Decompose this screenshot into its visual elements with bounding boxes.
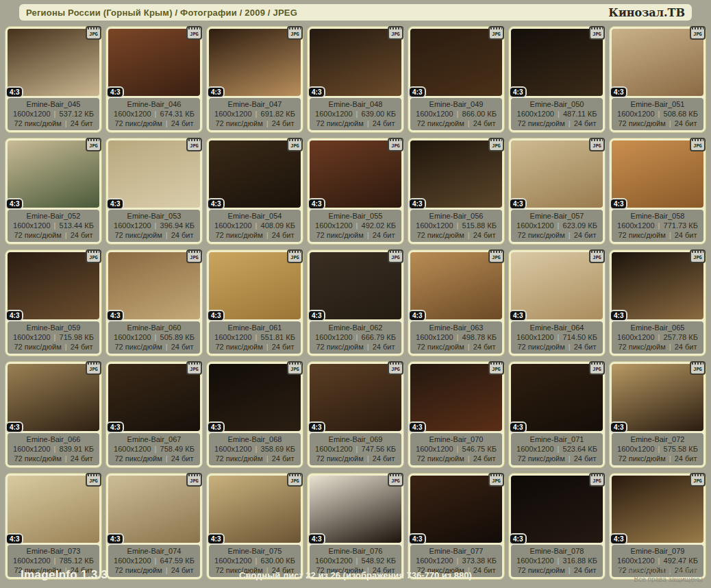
thumbnail-image[interactable]: JPG 4:3 [310, 252, 401, 319]
thumbnail-dpi: 72 пикс/дюйм [14, 343, 61, 351]
aspect-ratio-badge: 4:3 [509, 533, 527, 545]
thumbnail-image[interactable]: JPG 4:3 [8, 29, 99, 96]
thumbnail-dimensions: 1600x1200 [315, 110, 352, 118]
thumbnail-image[interactable]: JPG 4:3 [310, 140, 401, 208]
thumbnail-size: 408.09 КБ [261, 221, 295, 230]
thumbnail-image[interactable]: JPG 4:3 [410, 364, 502, 431]
thumbnail-depth: 24 бит [574, 231, 597, 239]
thumbnail-caption: Emine-Bair_071 1600x1200 | 523.64 КБ 72 … [511, 433, 603, 465]
thumbnail-filename: Emine-Bair_074 [108, 546, 200, 556]
jpg-format-icon: JPG [690, 361, 706, 375]
thumbnail-dpi: 72 пикс/дюйм [114, 231, 162, 239]
thumbnail-image[interactable]: JPG 4:3 [410, 140, 502, 208]
thumbnail-image[interactable]: JPG 4:3 [108, 252, 200, 319]
thumbnail-image[interactable]: JPG 4:3 [209, 252, 301, 319]
thumbnail-filename: Emine-Bair_060 [108, 323, 200, 332]
thumbnail-image[interactable]: JPG 4:3 [511, 140, 603, 208]
jpg-format-icon: JPG [186, 26, 202, 40]
jpg-badge-label: JPG [89, 31, 98, 38]
thumbnail-image[interactable]: JPG 4:3 [209, 364, 301, 431]
aspect-ratio-badge: 4:3 [5, 198, 23, 210]
thumbnail-dimensions: 1600x1200 [516, 221, 553, 230]
thumbnail-caption: Emine-Bair_068 1600x1200 | 358.69 КБ 72 … [209, 433, 301, 465]
thumbnail-filename: Emine-Bair_070 [410, 434, 502, 444]
thumbnail-filename: Emine-Bair_065 [612, 323, 703, 332]
separator: | [162, 119, 171, 127]
separator: | [252, 221, 261, 230]
thumbnail-image[interactable]: JPG 4:3 [209, 476, 301, 543]
aspect-ratio-badge: 4:3 [509, 310, 527, 321]
thumbnail-caption: Emine-Bair_060 1600x1200 | 505.89 КБ 72 … [108, 321, 200, 354]
separator: | [655, 110, 664, 118]
thumbnail-image[interactable]: JPG 4:3 [209, 140, 301, 208]
thumbnail-image[interactable]: JPG 4:3 [612, 476, 703, 543]
thumbnail-image[interactable]: JPG 4:3 [410, 476, 502, 543]
thumbnail-depth: 24 бит [373, 454, 395, 463]
thumbnail-image[interactable]: JPG 4:3 [511, 29, 603, 96]
thumbnail-image[interactable]: JPG 4:3 [612, 364, 703, 431]
sheet-info: Сводный лист 22 из 26 (изображения 736-7… [0, 570, 711, 580]
brand-logo[interactable]: Кинозал.ТВ [608, 6, 685, 19]
aspect-ratio-badge: 4:3 [408, 533, 426, 545]
thumbnail-image[interactable]: JPG 4:3 [612, 252, 703, 319]
aspect-ratio-badge: 4:3 [5, 421, 23, 433]
jpg-format-icon: JPG [388, 249, 403, 263]
separator: | [364, 343, 373, 351]
thumbnail-filename: Emine-Bair_052 [8, 211, 99, 221]
thumbnail-image[interactable]: JPG 4:3 [511, 364, 603, 431]
thumbnail-image[interactable]: JPG 4:3 [108, 29, 200, 96]
thumbnail-filename: Emine-Bair_079 [612, 546, 703, 556]
separator: | [252, 333, 261, 341]
separator: | [364, 231, 373, 239]
thumbnail-card: JPG 4:3 Emine-Bair_054 1600x1200 | 408.0… [206, 138, 303, 245]
thumbnail-depth: 24 бит [272, 343, 295, 351]
thumbnail-dpi-depth: 72 пикс/дюйм | 24 бит [108, 454, 200, 463]
thumbnail-image[interactable]: JPG 4:3 [511, 252, 603, 319]
thumbnail-filename: Emine-Bair_064 [511, 323, 603, 332]
thumbnail-filename: Emine-Bair_077 [410, 546, 502, 556]
aspect-ratio-badge: 4:3 [308, 198, 325, 210]
thumbnail-depth: 24 бит [675, 454, 697, 463]
thumbnail-image[interactable]: JPG 4:3 [8, 364, 99, 431]
thumbnail-dimensions: 1600x1200 [416, 333, 453, 341]
thumbnail-dimensions: 1600x1200 [516, 445, 553, 453]
jpg-badge-label: JPG [492, 478, 501, 485]
thumbnail-image[interactable]: JPG 4:3 [108, 364, 200, 431]
thumbnail-image[interactable]: JPG 4:3 [612, 29, 703, 96]
jpg-badge-label: JPG [290, 31, 299, 38]
thumbnail-image[interactable]: JPG 4:3 [8, 252, 99, 319]
thumbnail-dimensions: 1600x1200 [13, 110, 50, 118]
thumbnail-image[interactable]: JPG 4:3 [8, 140, 99, 208]
thumbnail-image[interactable]: JPG 4:3 [310, 476, 401, 543]
thumbnail-image[interactable]: JPG 4:3 [310, 29, 401, 96]
jpg-badge-label: JPG [89, 143, 98, 150]
thumbnail-caption: Emine-Bair_050 1600x1200 | 487.11 КБ 72 … [511, 98, 603, 130]
separator: | [51, 221, 60, 230]
thumbnail-image[interactable]: JPG 4:3 [511, 476, 603, 543]
jpg-format-icon: JPG [86, 249, 101, 263]
thumbnail-dimensions-size: 1600x1200 | 839.91 КБ [8, 444, 99, 454]
thumbnail-image[interactable]: JPG 4:3 [108, 140, 200, 208]
thumbnail-image[interactable]: JPG 4:3 [108, 476, 200, 543]
thumbnail-image[interactable]: JPG 4:3 [410, 252, 502, 319]
thumbnail-image[interactable]: JPG 4:3 [410, 29, 502, 96]
aspect-ratio-badge: 4:3 [106, 86, 124, 98]
thumbnail-image[interactable]: JPG 4:3 [8, 476, 99, 543]
thumbnail-image[interactable]: JPG 4:3 [310, 364, 401, 431]
thumbnail-size: 691.82 КБ [261, 110, 295, 118]
thumbnail-dpi: 72 пикс/дюйм [215, 231, 262, 239]
thumbnail-size: 396.94 КБ [160, 221, 195, 230]
thumbnail-image[interactable]: JPG 4:3 [612, 140, 703, 208]
jpg-badge-label: JPG [190, 366, 199, 373]
thumbnail-depth: 24 бит [71, 343, 93, 351]
breadcrumb[interactable]: Регионы России (Горный Крым) / Фотографи… [26, 8, 297, 18]
thumbnail-dpi-depth: 72 пикс/дюйм | 24 бит [108, 119, 200, 128]
thumbnail-card: JPG 4:3 Emine-Bair_068 1600x1200 | 358.6… [206, 361, 303, 468]
thumbnail-depth: 24 бит [272, 231, 295, 239]
thumbnail-image[interactable]: JPG 4:3 [209, 29, 301, 96]
thumbnail-dimensions-size: 1600x1200 | 639.00 КБ [310, 109, 401, 119]
thumbnail-filename: Emine-Bair_059 [8, 323, 99, 332]
jpg-format-icon: JPG [690, 249, 706, 263]
thumbnail-dpi-depth: 72 пикс/дюйм | 24 бит [612, 230, 703, 240]
thumbnail-size: 537.12 КБ [60, 110, 94, 118]
